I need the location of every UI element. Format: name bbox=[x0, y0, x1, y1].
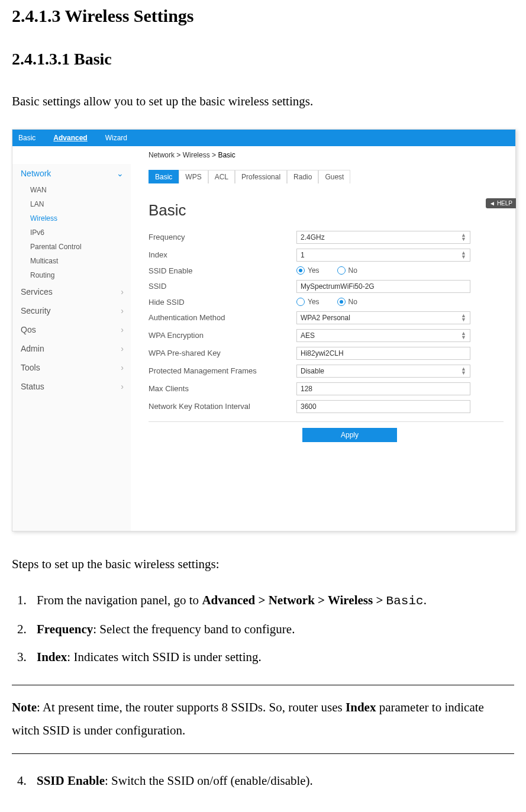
panel-title: Basic bbox=[149, 201, 504, 220]
radio-ssid-enable-no[interactable]: No bbox=[337, 266, 357, 275]
label-auth-method: Authentication Method bbox=[149, 313, 296, 322]
sidebar-item-network[interactable]: Network ⌄ bbox=[18, 164, 131, 183]
input-max-clients[interactable]: 128 bbox=[296, 382, 470, 395]
radio-ssid-enable-yes[interactable]: Yes bbox=[296, 266, 320, 275]
input-psk-value: Hi82ywi2CLH bbox=[301, 349, 344, 357]
input-ssid-value: MySpectrumWiFi50-2G bbox=[301, 282, 375, 291]
label-rotation-interval: Network Key Rotation Interval bbox=[149, 402, 296, 411]
tab-wps[interactable]: WPS bbox=[179, 170, 208, 183]
radio-dot-icon bbox=[337, 298, 346, 306]
step-3-bold: Index bbox=[37, 650, 67, 664]
sidebar-sub-wireless[interactable]: Wireless bbox=[18, 211, 131, 225]
tab-acl[interactable]: ACL bbox=[208, 170, 235, 183]
note-text-a: : At present time, the router supports 8… bbox=[37, 700, 346, 714]
input-rotation-interval[interactable]: 3600 bbox=[296, 400, 470, 413]
step-2-bold: Frequency bbox=[37, 622, 93, 636]
chevron-right-icon: › bbox=[121, 287, 124, 297]
tab-radio[interactable]: Radio bbox=[287, 170, 318, 183]
label-index: Index bbox=[149, 250, 296, 259]
content-panel: Basic WPS ACL Professional Radio Guest B… bbox=[131, 164, 515, 531]
step-3: Index: Indicates witch SSID is under set… bbox=[30, 648, 514, 667]
sidebar-sub-multicast[interactable]: Multicast bbox=[18, 254, 131, 268]
topnav-wizard[interactable]: Wizard bbox=[105, 134, 127, 142]
sidebar-item-admin[interactable]: Admin › bbox=[18, 339, 131, 358]
label-ssid: SSID bbox=[149, 282, 296, 291]
select-auth-value: WPA2 Personal bbox=[301, 314, 350, 322]
heading-basic: 2.4.1.3.1 Basic bbox=[12, 50, 514, 69]
steps-intro: Steps to set up the basic wireless setti… bbox=[12, 555, 514, 574]
tab-professional[interactable]: Professional bbox=[235, 170, 287, 183]
step-4-bold: SSID Enable bbox=[37, 774, 105, 788]
sidebar-label-services: Services bbox=[21, 287, 53, 297]
step-2: Frequency: Select the frequency band to … bbox=[30, 620, 514, 639]
sidebar-label-admin: Admin bbox=[21, 344, 44, 353]
chevron-down-icon: ⌄ bbox=[117, 169, 124, 178]
label-pmf: Protected Management Frames bbox=[149, 366, 296, 375]
sidebar-item-security[interactable]: Security › bbox=[18, 301, 131, 320]
sidebar-sub-ipv6[interactable]: IPv6 bbox=[18, 225, 131, 240]
topnav-advanced[interactable]: Advanced bbox=[53, 134, 87, 142]
radio-dot-icon bbox=[296, 298, 305, 306]
select-index-value: 1 bbox=[301, 251, 305, 259]
input-rot-value: 3600 bbox=[301, 402, 317, 411]
sidebar-label-qos: Qos bbox=[21, 325, 36, 334]
label-psk: WPA Pre-shared Key bbox=[149, 349, 296, 357]
note-label: Note bbox=[12, 700, 37, 714]
select-arrows-icon: ▲▼ bbox=[461, 314, 466, 322]
tab-basic[interactable]: Basic bbox=[149, 170, 179, 183]
select-arrows-icon: ▲▼ bbox=[461, 251, 466, 259]
heading-wireless-settings: 2.4.1.3 Wireless Settings bbox=[12, 6, 514, 26]
sidebar-sub-parental[interactable]: Parental Control bbox=[18, 240, 131, 254]
select-arrows-icon: ▲▼ bbox=[461, 233, 466, 241]
chevron-right-icon: › bbox=[121, 363, 124, 372]
form-divider bbox=[149, 421, 504, 422]
sidebar-item-qos[interactable]: Qos › bbox=[18, 320, 131, 339]
radio-hide-ssid-no[interactable]: No bbox=[337, 298, 357, 306]
select-arrows-icon: ▲▼ bbox=[461, 331, 466, 340]
radio-hide-ssid-yes[interactable]: Yes bbox=[296, 298, 320, 306]
input-ssid[interactable]: MySpectrumWiFi50-2G bbox=[296, 280, 470, 293]
input-max-value: 128 bbox=[301, 385, 312, 393]
sidebar-item-tools[interactable]: Tools › bbox=[18, 358, 131, 377]
label-hide-ssid: Hide SSID bbox=[149, 298, 296, 307]
sidebar-label-network: Network bbox=[21, 169, 51, 178]
tab-guest[interactable]: Guest bbox=[318, 170, 350, 183]
chevron-right-icon: › bbox=[121, 325, 124, 334]
select-auth-method[interactable]: WPA2 Personal ▲▼ bbox=[296, 311, 470, 324]
label-frequency: Frequency bbox=[149, 233, 296, 241]
steps-list-cont: SSID Enable: Switch the SSID on/off (ena… bbox=[12, 772, 514, 791]
topnav-basic[interactable]: Basic bbox=[18, 134, 36, 142]
sidebar-label-status: Status bbox=[21, 382, 44, 391]
intro-paragraph: Basic settings allow you to set up the b… bbox=[12, 92, 514, 111]
label-ssid-enable: SSID Enable bbox=[149, 266, 296, 275]
chevron-right-icon: › bbox=[121, 382, 124, 391]
radio-label-yes: Yes bbox=[308, 298, 320, 306]
steps-list: From the navigation panel, go to Advance… bbox=[12, 591, 514, 667]
select-index[interactable]: 1 ▲▼ bbox=[296, 249, 470, 262]
select-wpa-encryption[interactable]: AES ▲▼ bbox=[296, 329, 470, 342]
step-1-mono: Basic bbox=[386, 594, 424, 608]
radio-label-no: No bbox=[348, 298, 357, 306]
apply-button[interactable]: Apply bbox=[302, 428, 397, 442]
sidebar-label-security: Security bbox=[21, 306, 51, 315]
select-frequency[interactable]: 2.4GHz ▲▼ bbox=[296, 231, 470, 244]
step-1: From the navigation panel, go to Advance… bbox=[30, 591, 514, 611]
sidebar-sub-lan[interactable]: LAN bbox=[18, 197, 131, 211]
sidebar-sub-routing[interactable]: Routing bbox=[18, 268, 131, 282]
sidebar-item-status[interactable]: Status › bbox=[18, 377, 131, 396]
chevron-right-icon: › bbox=[121, 306, 124, 315]
radio-label-no: No bbox=[348, 266, 357, 275]
step-3-text: : Indicates witch SSID is under setting. bbox=[67, 650, 261, 664]
breadcrumb-path: Network > Wireless > bbox=[149, 151, 218, 159]
chevron-right-icon: › bbox=[121, 344, 124, 353]
input-psk[interactable]: Hi82ywi2CLH bbox=[296, 347, 470, 360]
sidebar: Network ⌄ WAN LAN Wireless IPv6 Parental… bbox=[12, 164, 131, 531]
select-pmf[interactable]: Disable ▲▼ bbox=[296, 365, 470, 378]
top-nav: Basic Advanced Wizard bbox=[12, 130, 515, 146]
sidebar-sub-wan[interactable]: WAN bbox=[18, 183, 131, 197]
note-box: Note: At present time, the router suppor… bbox=[12, 685, 514, 755]
select-pmf-value: Disable bbox=[301, 367, 324, 375]
select-frequency-value: 2.4GHz bbox=[301, 233, 325, 241]
content-tabs: Basic WPS ACL Professional Radio Guest bbox=[149, 170, 504, 183]
sidebar-item-services[interactable]: Services › bbox=[18, 282, 131, 301]
